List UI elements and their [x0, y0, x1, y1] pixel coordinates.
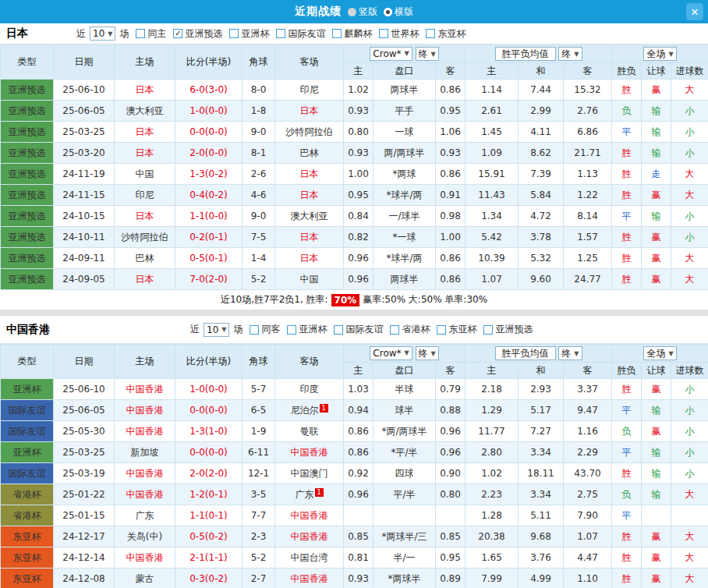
avg-draw-odds: 2.99 [519, 101, 564, 122]
home-odds: 0.92 [344, 463, 373, 484]
match-row: 亚洲杯25-06-10中国香港1-0(0-0)5-7印度1.03半球0.792.… [1, 379, 708, 400]
away-team: 中国香港 [275, 526, 344, 547]
filter-checkbox[interactable]: 同客 [250, 323, 280, 336]
home-team: 日本 [115, 269, 175, 290]
handicap-result-value [642, 505, 671, 526]
summary-bar-japan: 近10场,胜7平2负1, 胜率: 70% 赢率:50% 大:50% 单率:30% [0, 290, 708, 310]
home-odds: 0.86 [344, 442, 373, 463]
avg-draw-odds: 8.62 [519, 143, 564, 164]
odds-source-select[interactable]: Crow* ▼ [370, 346, 412, 360]
odds-final-value: 终 [419, 347, 428, 360]
match-score: 2-1(1-1) [175, 547, 242, 569]
col-header-goals: 进球数 [671, 363, 708, 379]
filter-checkbox[interactable]: 亚洲预选 [483, 323, 533, 336]
match-type-badge: 亚洲预选 [1, 80, 54, 101]
match-score: 1-2(0-1) [175, 484, 242, 505]
home-team: 蒙古 [115, 569, 175, 588]
result-value: 胜 [612, 248, 642, 269]
match-date: 24-12-17 [54, 526, 115, 547]
filter-checkbox[interactable]: ✓亚洲预选 [173, 27, 222, 41]
recent-count-select[interactable]: 10 ▼ [204, 323, 229, 337]
match-row: 省港杯25-01-22中国香港1-2(0-1)3-5广东10.96平/半0.80… [1, 484, 708, 505]
filter-checkbox[interactable]: 同主 [136, 27, 166, 41]
avg-final-select[interactable]: 终 ▼ [558, 346, 582, 360]
avg-away-odds: 4.47 [564, 547, 612, 569]
avg-away-odds: 21.71 [564, 143, 612, 164]
col-header-handicap-result: 让球 [642, 363, 671, 379]
match-type-badge: 亚洲预选 [1, 101, 54, 122]
filter-checkbox[interactable]: 国际友谊 [276, 27, 325, 41]
match-score: 0-0(0-0) [175, 442, 242, 463]
checkbox-label: 麒麟杯 [344, 27, 372, 41]
layout-option-horizontal[interactable]: 横版 [384, 5, 413, 19]
match-score: 1-3(1-0) [175, 421, 242, 442]
corner-score: 12-1 [242, 463, 275, 484]
result-value: 负 [612, 101, 642, 122]
filter-checkbox[interactable]: 亚洲杯 [229, 27, 269, 41]
filter-checkbox[interactable]: 世界杯 [379, 27, 419, 41]
avg-draw-odds: 3.76 [519, 547, 564, 569]
filter-checkbox[interactable]: 省港杯 [390, 323, 430, 336]
avg-final-select[interactable]: 终 ▼ [558, 47, 582, 61]
odds-final-select[interactable]: 终 ▼ [416, 47, 439, 61]
filter-checkbox[interactable]: 东亚杯 [437, 323, 476, 336]
dropdown-arrow-icon: ▼ [221, 326, 226, 333]
corner-score: 6-5 [242, 400, 275, 421]
match-type-badge: 亚洲预选 [1, 248, 54, 269]
checkbox-icon [250, 325, 259, 335]
match-score: 1-1(0-1) [175, 505, 242, 526]
home-team: 关岛(中) [115, 526, 175, 547]
avg-draw-odds: 4.72 [519, 206, 564, 227]
away-team: 日本 [275, 164, 344, 185]
match-score: 0-2(0-1) [175, 227, 242, 248]
avg-controls-cell: 胜平负均值 终 ▼ [466, 45, 612, 63]
avg-odds-label: 胜平负均值 [495, 47, 556, 61]
avg-draw-odds: 5.17 [519, 400, 564, 421]
avg-controls-cell: 胜平负均值 终 ▼ [466, 345, 612, 363]
col-header-score: 比分(半场) [175, 345, 242, 379]
checkbox-icon [334, 325, 343, 335]
close-icon[interactable]: ✕ [686, 3, 703, 20]
odds-final-select[interactable]: 终 ▼ [416, 346, 439, 360]
scope-select[interactable]: 全场 ▼ [643, 346, 676, 360]
filter-checkbox[interactable]: 亚洲杯 [287, 323, 327, 336]
odds-source-select[interactable]: Crow* ▼ [370, 47, 412, 61]
col-header-handicap-result: 让球 [642, 63, 671, 80]
dropdown-arrow-icon: ▼ [405, 50, 409, 57]
corner-score: 2-6 [242, 164, 275, 185]
filter-checkbox[interactable]: 麒麟杯 [332, 27, 372, 41]
result-value: 胜 [612, 185, 642, 206]
scope-select[interactable]: 全场 ▼ [643, 47, 676, 61]
col-header-goals: 进球数 [671, 63, 708, 80]
results-table-hongkong: 类型 日期 主场 比分(半场) 角球 客场 Crow* ▼ 终 ▼ 胜平负均值 … [0, 344, 708, 588]
handicap-line: 半球 [373, 379, 436, 400]
checkbox-icon [287, 325, 296, 335]
match-score: 0-4(0-2) [175, 185, 242, 206]
filter-checkbox[interactable]: 东亚杯 [426, 27, 466, 41]
result-value: 平 [612, 206, 642, 227]
corner-score: 5-7 [242, 379, 275, 400]
avg-draw-odds: 9.68 [519, 526, 564, 547]
handicap-line: *一球 [373, 227, 436, 248]
recent-count-select[interactable]: 10 ▼ [90, 27, 115, 41]
layout-option-vertical[interactable]: 竖版 [348, 5, 377, 19]
avg-away-odds: 6.86 [564, 122, 612, 143]
col-header-avg-home: 主 [466, 63, 519, 80]
topbar: 近期战绩 竖版 横版 ✕ [0, 0, 708, 23]
away-odds: 1.06 [436, 122, 466, 143]
home-team: 中国 [115, 164, 175, 185]
avg-draw-odds: 5.32 [519, 248, 564, 269]
match-type-badge: 亚洲杯 [1, 442, 54, 463]
handicap-line: *两球 [373, 164, 436, 185]
match-date: 25-06-05 [54, 101, 115, 122]
home-team: 巴林 [115, 248, 175, 269]
match-row: 东亚杯24-12-14中国香港2-1(1-1)5-2中国台湾0.81半/一0.9… [1, 547, 708, 569]
goals-result-value: 小 [671, 143, 708, 164]
match-type-badge: 国际友谊 [1, 463, 54, 484]
away-odds: 0.95 [436, 101, 466, 122]
corner-score: 2-3 [242, 526, 275, 547]
col-header-result: 胜负 [612, 63, 642, 80]
handicap-result-value: 输 [642, 484, 671, 505]
result-value: 胜 [612, 143, 642, 164]
filter-checkbox[interactable]: 国际友谊 [334, 323, 383, 336]
